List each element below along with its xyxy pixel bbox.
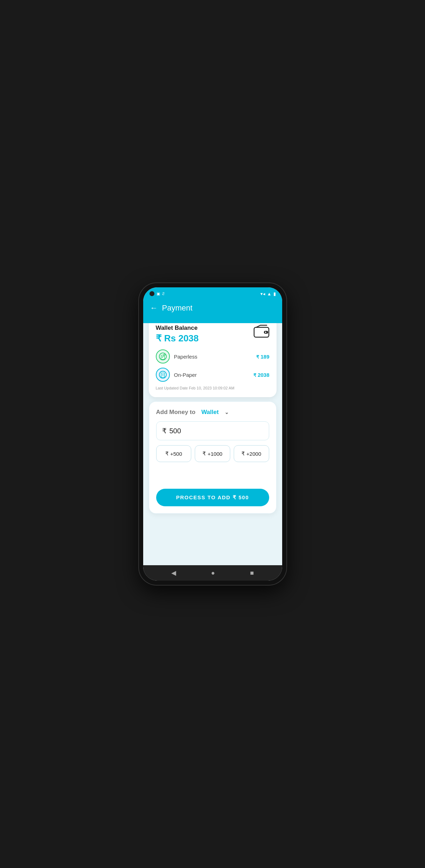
paperless-amount: ₹189: [256, 354, 269, 360]
wallet-item-onpaper-left: On-Paper: [156, 368, 197, 382]
onpaper-icon: [156, 368, 170, 382]
section-divider: [149, 397, 277, 401]
wallet-balance-amount: ₹ Rs 2038: [156, 333, 199, 344]
bottom-navigation: ◀ ● ■: [143, 565, 282, 581]
quick-2000-rupee: ₹: [241, 450, 245, 457]
add-money-wallet-text: Wallet: [201, 409, 219, 416]
svg-point-2: [265, 332, 266, 333]
battery-icon: ▮: [273, 291, 276, 296]
onpaper-amount: ₹2038: [253, 372, 269, 378]
wallet-icon: [253, 325, 270, 341]
status-bar: ▣ Ƨ ▾◂ ▲ ▮: [143, 287, 282, 299]
onpaper-label: On-Paper: [174, 372, 197, 378]
back-nav-button[interactable]: ◀: [171, 569, 176, 577]
wifi-icon: ▾◂: [260, 291, 265, 296]
s-icon: Ƨ: [162, 292, 165, 296]
wallet-item-onpaper: On-Paper ₹2038: [156, 368, 270, 382]
wallet-item-paperless: Paperless ₹189: [156, 349, 270, 363]
app-header: ← Payment: [143, 299, 282, 323]
paperless-label: Paperless: [174, 354, 198, 360]
paperless-icon: [156, 349, 170, 363]
quick-add-2000[interactable]: ₹ +2000: [234, 445, 269, 462]
process-to-add-button[interactable]: PROCESS TO ADD ₹ 500: [156, 489, 269, 506]
quick-1000-amount: +1000: [207, 451, 222, 457]
status-left: ▣ Ƨ: [150, 291, 165, 296]
wallet-items-list: Paperless ₹189: [156, 349, 270, 382]
quick-add-buttons-row: ₹ +500 ₹ +1000 ₹ +2000: [156, 445, 269, 462]
rupee-sign: ₹: [162, 427, 167, 435]
chevron-down-icon[interactable]: ⌄: [225, 409, 229, 415]
quick-add-500[interactable]: ₹ +500: [156, 445, 192, 462]
page-title: Payment: [162, 303, 193, 313]
quick-2000-amount: +2000: [246, 451, 261, 457]
wallet-item-paperless-left: Paperless: [156, 349, 198, 363]
back-button[interactable]: ←: [150, 303, 158, 313]
recents-nav-button[interactable]: ■: [250, 569, 254, 577]
phone-frame: ▣ Ƨ ▾◂ ▲ ▮ ← Payment Wallet Balance ₹ Rs…: [139, 283, 286, 585]
wallet-card-header: Wallet Balance ₹ Rs 2038: [156, 325, 270, 344]
add-money-card: Add Money to Wallet ⌄ ₹ 500 ₹ +500: [149, 401, 277, 514]
wallet-balance-info: Wallet Balance ₹ Rs 2038: [156, 325, 199, 344]
signal-icon: ▲: [267, 291, 272, 296]
status-right: ▾◂ ▲ ▮: [260, 291, 276, 296]
camera-dot: [150, 291, 154, 296]
add-money-title: Add Money to Wallet ⌄: [156, 409, 269, 416]
last-updated-text: Last Updated Date Feb 10, 2023 10:09:02 …: [156, 386, 270, 390]
quick-1000-rupee: ₹: [202, 450, 206, 457]
phone-screen: ▣ Ƨ ▾◂ ▲ ▮ ← Payment Wallet Balance ₹ Rs…: [143, 287, 282, 581]
wallet-balance-card: Wallet Balance ₹ Rs 2038: [149, 323, 277, 397]
quick-500-rupee: ₹: [165, 450, 169, 457]
add-money-static-text: Add Money to: [156, 409, 195, 416]
quick-500-amount: +500: [170, 451, 182, 457]
quick-add-1000[interactable]: ₹ +1000: [195, 445, 230, 462]
home-nav-button[interactable]: ●: [211, 569, 215, 577]
main-content: Wallet Balance ₹ Rs 2038: [143, 323, 282, 565]
amount-display: 500: [170, 427, 181, 435]
sim-icon: ▣: [157, 292, 160, 296]
amount-input-container[interactable]: ₹ 500: [156, 421, 269, 440]
wallet-title: Wallet Balance: [156, 325, 199, 332]
